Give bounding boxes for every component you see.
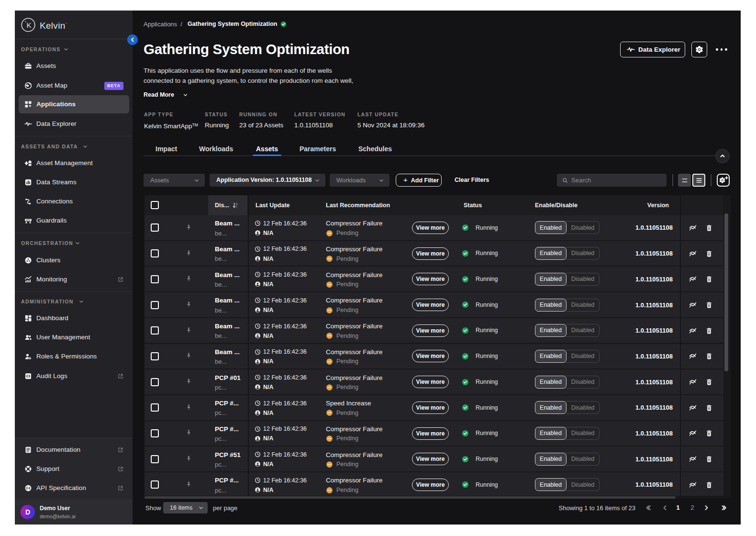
svg-text:K: K [26, 21, 31, 29]
